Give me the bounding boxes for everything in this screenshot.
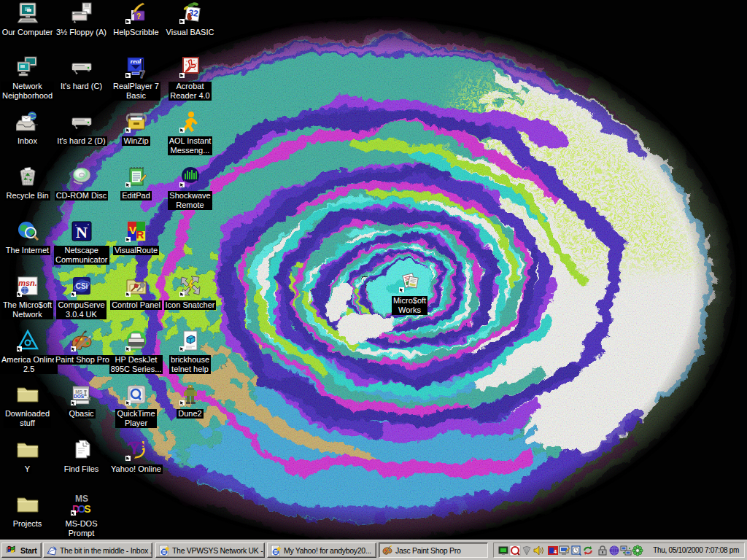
svg-text:7: 7 xyxy=(139,68,144,79)
svg-text:CSi: CSi xyxy=(75,282,88,290)
svg-text:real: real xyxy=(130,58,141,65)
svg-text:4: 4 xyxy=(554,548,557,555)
svg-text:Y: Y xyxy=(128,438,139,458)
svg-text:V: V xyxy=(128,224,136,236)
svg-text:msn.: msn. xyxy=(18,279,37,287)
svg-text:S: S xyxy=(84,503,90,515)
svg-text:?: ? xyxy=(136,12,140,20)
svg-text:N: N xyxy=(76,223,88,241)
svg-text:R: R xyxy=(136,228,144,241)
svg-text:DOS: DOS xyxy=(73,394,84,399)
svg-text:MS: MS xyxy=(75,494,88,504)
